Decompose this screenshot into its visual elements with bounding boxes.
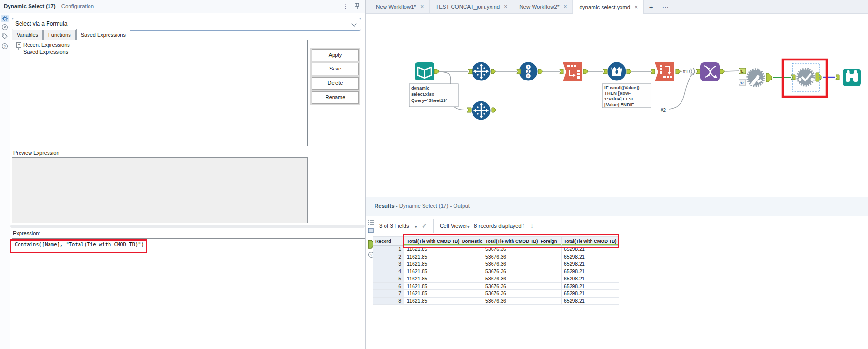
rename-button[interactable]: Rename	[312, 91, 359, 104]
value-cell: 65298.21	[562, 260, 619, 268]
record-id-tool[interactable]: 1 2 3	[519, 62, 538, 81]
input-anchor[interactable]	[836, 75, 839, 80]
scroll-down-icon[interactable]: ↓	[530, 221, 533, 229]
output-anchor[interactable]	[538, 69, 542, 74]
value-cell: 11621.85	[404, 246, 483, 253]
close-icon[interactable]: ×	[634, 4, 638, 10]
apply-fields-check-icon[interactable]: ✔	[422, 222, 427, 229]
fields-caret-icon[interactable]: ▾	[415, 224, 417, 229]
join-left-anchor[interactable]: L	[739, 68, 746, 74]
records-displayed-label: 8 records displayed	[474, 223, 522, 229]
close-icon[interactable]: ×	[563, 3, 567, 10]
input-anchor[interactable]	[468, 69, 472, 74]
toolbar-divider	[517, 219, 517, 233]
pin-icon[interactable]	[355, 3, 360, 10]
messages-list-icon[interactable]	[368, 219, 374, 226]
close-icon[interactable]: ×	[420, 3, 424, 10]
tree-item-saved-expressions[interactable]: Saved Expressions	[23, 49, 68, 55]
wireless-connection-icon	[689, 68, 695, 75]
value-cell: 65298.21	[562, 298, 619, 305]
browse-tool[interactable]	[843, 69, 861, 86]
input-anchor[interactable]	[696, 69, 700, 74]
table-row[interactable]: 411621.8553676.3665298.21	[373, 268, 619, 276]
record-cell: 8	[373, 298, 404, 305]
output-anchor[interactable]	[676, 69, 680, 74]
apply-button[interactable]: Apply	[312, 49, 359, 61]
table-row[interactable]: 611621.8553676.3665298.21	[373, 283, 619, 290]
run-workflow-icon[interactable]	[1, 24, 9, 31]
tab-saved-expressions[interactable]: Saved Expressions	[76, 29, 130, 40]
preview-expression-box	[12, 157, 308, 223]
column-header-foreign[interactable]: Total(Tie with CMOD TB)_Foreign	[483, 236, 562, 246]
join-right-anchor[interactable]: R	[739, 80, 746, 85]
save-button[interactable]: Save	[312, 63, 359, 75]
scroll-up-icon[interactable]: ↑	[522, 221, 525, 229]
input-anchor[interactable]	[651, 69, 655, 74]
value-cell: 11621.85	[404, 260, 483, 268]
input-anchor[interactable]	[603, 69, 607, 74]
table-row[interactable]: 311621.8553676.3665298.21	[373, 260, 619, 268]
select-tool-2[interactable]	[472, 101, 491, 120]
output-anchor[interactable]	[492, 108, 496, 112]
column-header-record[interactable]: Record	[373, 236, 404, 246]
panel-splitter[interactable]	[10, 225, 365, 228]
column-header-domestic[interactable]: Total(Tie with CMOD TB)_Domestic	[404, 236, 483, 246]
workflow-tab-1[interactable]: New Workflow1*×	[370, 0, 430, 13]
input-anchor[interactable]	[467, 108, 471, 112]
table-row[interactable]: 811621.8553676.3665298.21	[373, 298, 619, 305]
workflow-tab-3[interactable]: New Workflow2*×	[513, 0, 573, 13]
transpose-tool[interactable]	[563, 62, 582, 81]
cross-tab-tool[interactable]	[655, 62, 674, 81]
grid-view-icon[interactable]	[368, 228, 374, 234]
input-anchor[interactable]	[517, 69, 521, 74]
workflow-tab-2[interactable]: TEST CONCAT_join.yxmd×	[430, 0, 513, 13]
input-data-tool[interactable]	[415, 62, 434, 80]
dynamic-rename-tool[interactable]	[700, 62, 720, 81]
value-cell: 65298.21	[562, 268, 619, 276]
workflow-tab-active[interactable]: dynamic select.yxmd×	[573, 0, 644, 14]
cell-viewer-caret-icon[interactable]: ▾	[467, 224, 470, 229]
output-anchor[interactable]	[434, 69, 439, 74]
input-annotation[interactable]: dynamic select.xlsx Query=`Sheet1$`	[409, 84, 458, 107]
tree-item-recent-expressions[interactable]: Recent Expressions	[23, 42, 70, 48]
input-anchor[interactable]	[791, 75, 795, 80]
dynamic-select-tool[interactable]	[798, 69, 814, 86]
tab-functions[interactable]: Functions	[43, 30, 76, 40]
table-row[interactable]: 711621.8553676.3665298.21	[373, 290, 619, 298]
value-cell: 53676.36	[483, 283, 562, 290]
output-anchor[interactable]	[491, 69, 495, 74]
multirow-annotation[interactable]: IF isnull([Value]) THEN [Row- 1:Value] E…	[602, 84, 651, 108]
digit-1: 1	[527, 65, 529, 69]
tab-overflow-button[interactable]: ⋯	[658, 0, 672, 13]
saved-expressions-tree[interactable]: + Recent Expressions Saved Expressions	[12, 40, 308, 146]
close-icon[interactable]: ×	[504, 3, 507, 10]
delete-button[interactable]: Delete	[312, 77, 359, 90]
table-row[interactable]: 511621.8553676.3665298.21	[373, 275, 619, 283]
tree-expander-icon[interactable]: +	[16, 42, 21, 48]
input-anchor[interactable]	[560, 69, 563, 74]
tag-icon[interactable]	[1, 33, 9, 40]
column-header-sum[interactable]: Total(Tie with CMOD TB)_Sum	[562, 236, 619, 246]
new-tab-button[interactable]: +	[644, 0, 658, 13]
table-row[interactable]: 211621.8553676.3665298.21	[373, 253, 619, 261]
output-anchor[interactable]	[720, 69, 724, 74]
join-tool[interactable]	[748, 70, 764, 86]
results-subtitle: - Dynamic Select (17) - Output	[395, 203, 470, 209]
output-anchor[interactable]	[627, 69, 631, 74]
fields-summary[interactable]: 3 of 3 Fields	[379, 223, 409, 229]
select-tool[interactable]	[472, 62, 491, 81]
connection-label-2: #2	[661, 108, 666, 113]
config-panel-title: Dynamic Select (17)- Configuration	[4, 3, 94, 9]
value-cell: 11621.85	[404, 275, 483, 283]
output-anchor[interactable]	[766, 73, 772, 82]
help-icon[interactable]: ?	[1, 43, 9, 50]
multi-row-formula-tool[interactable]	[608, 62, 626, 81]
expression-input[interactable]: Contains([Name], "Total(Tie with CMOD TB…	[15, 241, 144, 247]
cell-viewer-dropdown[interactable]: Cell Viewer	[440, 223, 467, 229]
output-anchor[interactable]	[583, 69, 588, 74]
configuration-gear-icon[interactable]	[1, 15, 9, 22]
output-anchor[interactable]	[816, 73, 821, 81]
table-row[interactable]: 111621.8553676.3665298.21	[373, 246, 619, 253]
panel-menu-icon[interactable]: ⋮	[343, 2, 349, 10]
tab-variables[interactable]: Variables	[12, 30, 43, 40]
